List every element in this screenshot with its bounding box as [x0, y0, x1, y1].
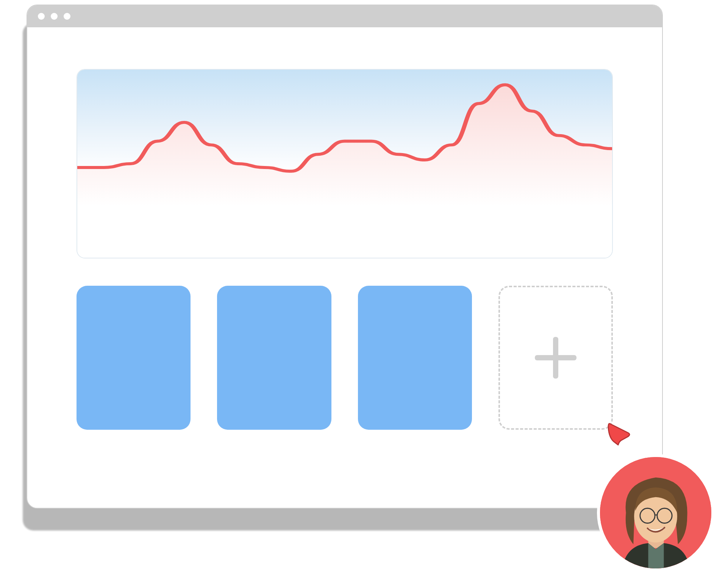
content-tile-3[interactable]: [358, 286, 472, 430]
add-tile-button[interactable]: [498, 286, 613, 430]
collaborator-avatar[interactable]: [597, 454, 714, 571]
traffic-light-minimize[interactable]: [51, 13, 58, 20]
content-tile-2[interactable]: [217, 286, 331, 430]
traffic-light-zoom[interactable]: [64, 13, 70, 20]
trend-area-chart: [77, 70, 612, 258]
content-tile-1[interactable]: [77, 286, 191, 430]
tile-row: [77, 286, 613, 430]
window-titlebar: [27, 5, 662, 27]
window-content: [27, 27, 662, 452]
trend-chart-card: [77, 69, 613, 258]
app-window: [27, 5, 663, 509]
collaborator-cursor-icon: [605, 420, 632, 447]
traffic-light-close[interactable]: [38, 13, 45, 20]
plus-icon: [535, 337, 576, 379]
